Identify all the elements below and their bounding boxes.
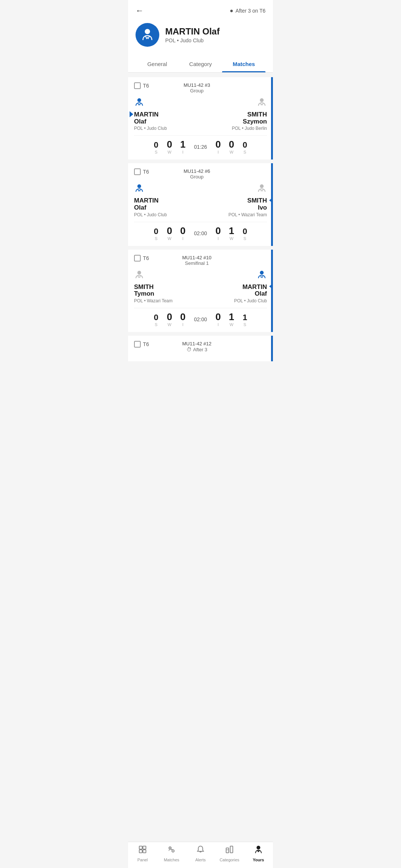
player-right-name2-1: Szymon bbox=[200, 118, 267, 125]
score-right-i-2: 0 I bbox=[213, 226, 224, 241]
match-title-3: MU11-42 #10 Semifinal 1 bbox=[149, 255, 245, 266]
score-left-s-val-3: 0 bbox=[151, 313, 161, 322]
score-left-w-lbl-2: W bbox=[164, 236, 175, 241]
player-left-name2-3: Tymon bbox=[134, 290, 200, 297]
match-header-1: T6 MU11-42 #3 Group bbox=[134, 82, 267, 93]
timer-info: ● After 3 on T6 bbox=[230, 7, 265, 14]
score-left-s-val-2: 0 bbox=[151, 227, 161, 236]
table-label-1: T6 bbox=[143, 83, 149, 89]
match-number-3: MU11-42 #10 bbox=[149, 255, 245, 260]
player-club: POL • Judo Club bbox=[165, 37, 220, 43]
avatar bbox=[136, 23, 159, 47]
match-number-4: MU11-42 #12 bbox=[149, 341, 245, 346]
match-id-left-4: T6 bbox=[134, 341, 149, 348]
player-right-icon-1 bbox=[200, 97, 267, 110]
score-row-2: 0 S 0 W 0 I 02:00 0 I 1 bbox=[134, 222, 267, 241]
score-row-3: 0 S 0 W 0 I 02:00 0 I 1 bbox=[134, 308, 267, 327]
score-left-i-3: 0 I bbox=[177, 312, 188, 327]
score-right-w-3: 1 W bbox=[226, 312, 237, 327]
match-timer-2: 02:00 bbox=[194, 230, 207, 236]
match-card-3[interactable]: T6 MU11-42 #10 Semifinal 1 SMITH Tymon bbox=[128, 250, 273, 332]
match-header-2: T6 MU11-42 #6 Group bbox=[134, 168, 267, 180]
match-type-2: Group bbox=[149, 174, 245, 180]
player-right-name1-2: SMITH bbox=[200, 197, 267, 204]
right-scores-3: 0 I 1 W 1 S bbox=[213, 312, 250, 327]
score-right-s-val-2: 0 bbox=[240, 227, 250, 236]
score-left-w-lbl-1: W bbox=[164, 150, 175, 154]
table-label-2: T6 bbox=[143, 169, 149, 175]
tab-matches[interactable]: Matches bbox=[222, 56, 265, 72]
match-type-4: ⏱ After 3 bbox=[149, 346, 245, 352]
checkbox-1[interactable] bbox=[134, 82, 141, 89]
match-number-1: MU11-42 #3 bbox=[149, 82, 245, 88]
score-left-i-lbl-3: I bbox=[177, 322, 188, 327]
player-right-name2-3: Olaf bbox=[200, 290, 267, 297]
score-right-i-lbl-1: I bbox=[213, 150, 224, 154]
player-right-name1-3: MARTIN bbox=[200, 284, 267, 291]
match-type-3: Semifinal 1 bbox=[149, 260, 245, 266]
score-left-i-2: 0 I bbox=[177, 226, 188, 241]
player-right-club-1: POL • Judo Berlin bbox=[200, 126, 267, 131]
tabs: General Category Matches bbox=[128, 56, 273, 73]
checkbox-3[interactable] bbox=[134, 255, 141, 262]
score-left-i-1: 1 I bbox=[177, 139, 188, 154]
score-right-w-2: 1 W bbox=[226, 226, 237, 241]
table-label-4: T6 bbox=[143, 341, 149, 347]
score-right-i-val-1: 0 bbox=[213, 139, 224, 149]
score-left-s-3: 0 S bbox=[151, 313, 161, 327]
match-title-4: MU11-42 #12 ⏱ After 3 bbox=[149, 341, 245, 352]
player-right-3: MARTIN Olaf POL • Judo Club bbox=[200, 270, 267, 303]
score-right-s-lbl-2: S bbox=[240, 236, 250, 241]
score-left-i-val-1: 1 bbox=[177, 139, 188, 149]
match-card-1[interactable]: T6 MU11-42 #3 Group MARTIN Olaf bbox=[128, 77, 273, 160]
match-card-2[interactable]: T6 MU11-42 #6 Group MARTIN Olaf POL bbox=[128, 163, 273, 246]
tab-category[interactable]: Category bbox=[179, 56, 222, 72]
score-right-w-lbl-2: W bbox=[226, 236, 237, 241]
player-right-2: SMITH Ivo POL • Wazari Team bbox=[200, 183, 267, 217]
checkbox-4[interactable] bbox=[134, 341, 141, 348]
match-id-left-1: T6 bbox=[134, 82, 149, 89]
score-right-i-val-3: 0 bbox=[213, 312, 224, 322]
player-left-name1-1: MARTIN bbox=[134, 111, 200, 118]
matches-container: T6 MU11-42 #3 Group MARTIN Olaf bbox=[128, 73, 273, 399]
right-scores-1: 0 I 0 W 0 S bbox=[213, 139, 250, 154]
checkbox-2[interactable] bbox=[134, 168, 141, 175]
score-right-s-lbl-1: S bbox=[240, 150, 250, 154]
score-right-i-val-2: 0 bbox=[213, 226, 224, 236]
match-header-3: T6 MU11-42 #10 Semifinal 1 bbox=[134, 255, 267, 266]
player-left-name2-2: Olaf bbox=[134, 204, 200, 211]
player-left-3: SMITH Tymon POL • Wazari Team bbox=[134, 270, 200, 303]
player-name: MARTIN Olaf bbox=[165, 26, 220, 37]
score-left-w-val-3: 0 bbox=[164, 312, 175, 322]
player-left-name1-2: MARTIN bbox=[134, 197, 200, 204]
tab-general[interactable]: General bbox=[136, 56, 179, 72]
left-scores-3: 0 S 0 W 0 I bbox=[151, 312, 188, 327]
score-right-s-val-1: 0 bbox=[240, 141, 250, 149]
score-row-1: 0 S 0 W 1 I 01:26 0 I 0 bbox=[134, 135, 267, 154]
back-button[interactable]: ← bbox=[136, 6, 144, 16]
player-right-club-2: POL • Wazari Team bbox=[200, 212, 267, 217]
players-row-2: MARTIN Olaf POL • Judo Club SMITH Ivo PO… bbox=[134, 183, 267, 217]
player-left-1: MARTIN Olaf POL • Judo Club bbox=[134, 97, 200, 131]
score-left-s-lbl-2: S bbox=[151, 236, 161, 241]
score-right-w-val-3: 1 bbox=[226, 312, 237, 322]
match-header-4: T6 MU11-42 #12 ⏱ After 3 bbox=[134, 341, 267, 352]
match-card-4[interactable]: T6 MU11-42 #12 ⏱ After 3 bbox=[128, 336, 273, 361]
score-right-i-lbl-2: I bbox=[213, 236, 224, 241]
profile-info: MARTIN Olaf POL • Judo Club bbox=[165, 26, 220, 43]
score-right-i-lbl-3: I bbox=[213, 322, 224, 327]
player-right-club-3: POL • Judo Club bbox=[200, 298, 267, 303]
score-right-w-val-2: 1 bbox=[226, 226, 237, 236]
score-left-s-2: 0 S bbox=[151, 227, 161, 241]
players-row-1: MARTIN Olaf POL • Judo Club SMITH Szymon… bbox=[134, 97, 267, 131]
player-left-2: MARTIN Olaf POL • Judo Club bbox=[134, 183, 200, 217]
player-right-icon-3 bbox=[200, 270, 267, 282]
score-left-w-val-1: 0 bbox=[164, 139, 175, 149]
score-left-i-lbl-2: I bbox=[177, 236, 188, 241]
score-left-i-val-2: 0 bbox=[177, 226, 188, 236]
player-left-icon-1 bbox=[134, 97, 200, 110]
match-id-left-2: T6 bbox=[134, 168, 149, 175]
profile-section: MARTIN Olaf POL • Judo Club bbox=[128, 19, 273, 56]
match-timer-1: 01:26 bbox=[194, 144, 207, 150]
player-left-icon-3 bbox=[134, 270, 200, 282]
